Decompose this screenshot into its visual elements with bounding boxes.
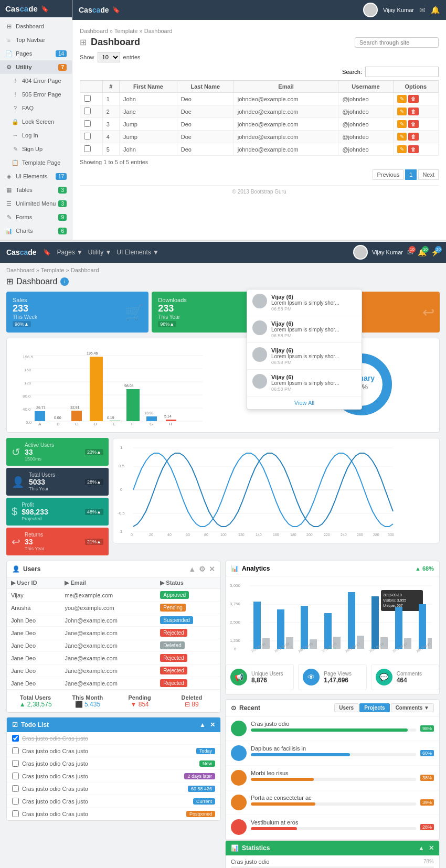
recent-percent: 60% — [420, 750, 434, 756]
notif-item-2[interactable]: Vijay (6) Lorem Ipsum is simply shor... … — [247, 316, 362, 343]
sidebar-header: Cascade 🔖 — [0, 0, 72, 17]
todo-checkbox[interactable] — [12, 798, 19, 805]
notif-item-3[interactable]: Vijay (6) Lorem Ipsum is simply shor... … — [247, 343, 362, 370]
delete-button[interactable]: 🗑 — [408, 133, 419, 141]
bottom-nav-pages[interactable]: Pages ▼ — [57, 249, 83, 256]
todo-checkbox[interactable] — [12, 773, 19, 779]
analytics-chart-container: 5,000 3,750 2,500 1,250 0 — [226, 576, 439, 660]
sidebar-item-faq[interactable]: ? FAQ — [0, 101, 72, 115]
recent-progress-bar — [251, 728, 416, 732]
bottom-nav-ui[interactable]: UI Elements ▼ — [116, 249, 159, 256]
tab-comments[interactable]: Comments ▼ — [391, 703, 434, 712]
sidebar-item-template[interactable]: 📋 Template Page — [0, 156, 72, 169]
sidebar-item-404[interactable]: ! 404 Error Page — [0, 74, 72, 88]
row-checkbox[interactable] — [84, 120, 91, 127]
comments-value: 464 — [397, 677, 422, 684]
todo-checkbox[interactable] — [12, 747, 19, 754]
navbar-icon: ≡ — [5, 36, 13, 44]
sidebar-item-label: Dashboard — [16, 23, 44, 29]
row-checkbox[interactable] — [84, 145, 91, 152]
sidebar-item-505[interactable]: ! 505 Error Page — [0, 88, 72, 101]
view-all-link[interactable]: View All — [294, 400, 314, 406]
edit-button[interactable]: ✎ — [397, 95, 407, 103]
todo-close-icon[interactable]: ✕ — [210, 721, 215, 728]
todo-widget: ☑ Todo List ▲ ✕ Cras justo odio Cras jus… — [6, 717, 221, 821]
sidebar-item-login[interactable]: → Log In — [0, 128, 72, 142]
pending-value: ▼ 854 — [115, 701, 164, 708]
svg-text:F: F — [131, 422, 134, 426]
stat-info-activeusers: Active Users 33 1500ms — [25, 442, 81, 462]
sidebar-item-pages[interactable]: 📄 Pages 14 — [0, 47, 72, 60]
share-icon-badge[interactable]: ⚡ 20 — [431, 248, 440, 256]
info-icon: i — [60, 277, 69, 286]
status-badge: Approved — [160, 591, 189, 599]
sidebar-item-tables[interactable]: ▦ Tables 3 — [0, 183, 72, 197]
row-checkbox[interactable] — [84, 108, 91, 114]
edit-button[interactable]: ✎ — [397, 108, 407, 115]
sidebar-item-dashboard[interactable]: ⊞ Dashboard — [0, 19, 72, 33]
notif-name-4: Vijay (6) — [271, 374, 356, 380]
row-checkbox[interactable] — [84, 133, 91, 140]
recent-item: Cras justo odio 98% — [226, 716, 439, 741]
notif-item-4[interactable]: Vijay (6) Lorem Ipsum is simply shor... … — [247, 370, 362, 397]
edit-button[interactable]: ✎ — [397, 145, 407, 153]
prev-page-button[interactable]: Previous — [373, 169, 403, 180]
delete-button[interactable]: 🗑 — [408, 108, 419, 115]
sidebar-item-charts[interactable]: 📊 Charts 6 — [0, 224, 72, 238]
table-search-input[interactable] — [365, 67, 439, 77]
sidebar-item-uielements[interactable]: ◈ UI Elements 17 — [0, 169, 72, 183]
next-page-button[interactable]: Next — [418, 169, 439, 180]
entries-select[interactable]: 102550 — [98, 52, 120, 62]
delete-button[interactable]: 🗑 — [408, 95, 419, 103]
delete-button[interactable]: 🗑 — [408, 120, 419, 128]
delete-button[interactable]: 🗑 — [408, 145, 419, 153]
tab-users[interactable]: Users — [334, 703, 358, 712]
notif-item-1[interactable]: Vijay (6) Lorem Ipsum is simply shor... … — [247, 290, 362, 316]
stats-up-icon[interactable]: ▲ — [418, 844, 424, 852]
cell-num: 2 — [102, 105, 119, 118]
todo-checkbox[interactable] — [12, 735, 19, 742]
returns-trend: 21%▲ — [85, 539, 103, 545]
edit-button[interactable]: ✎ — [397, 133, 407, 141]
top-mail-icon[interactable]: ✉ — [419, 6, 426, 14]
user-email-cell: me@example.com — [60, 589, 156, 602]
cell-lastname: Deo — [177, 93, 233, 105]
sidebar-item-topnavbar[interactable]: ≡ Top Navbar — [0, 33, 72, 47]
row-checkbox[interactable] — [84, 95, 91, 102]
close-icon[interactable]: ✕ — [209, 565, 215, 573]
user-email-cell: John@example.com — [60, 614, 156, 627]
mail-icon-badge[interactable]: ✉ 10 — [407, 248, 413, 256]
sidebar-item-unlimitedmenu[interactable]: ☰ Unlimited Menu 3 — [0, 197, 72, 210]
bell-icon-badge[interactable]: 🔔 10 — [418, 248, 427, 256]
active-users-icon: ↺ — [12, 446, 20, 458]
user-id-cell: Jane Deo — [7, 627, 60, 639]
gear-icon[interactable]: ⚙ — [199, 565, 206, 573]
sidebar-item-forms[interactable]: ✎ Forms 9 — [0, 210, 72, 224]
table-row: 4 Jump Doe johndeo@example.com @johndeo … — [80, 131, 439, 143]
todo-checkbox[interactable] — [12, 810, 19, 817]
edit-button[interactable]: ✎ — [397, 120, 407, 128]
sidebar-item-lockscreen[interactable]: 🔒 Lock Screen — [0, 115, 72, 128]
bottom-nav-utility[interactable]: Utility ▼ — [88, 249, 112, 256]
tab-projects[interactable]: Projects — [359, 703, 389, 712]
notif-name-1: Vijay (6) — [271, 294, 356, 300]
sidebar-item-signup[interactable]: ✎ Sign Up — [0, 142, 72, 156]
top-bell-icon[interactable]: 🔔 — [431, 6, 440, 14]
svg-text:1,250: 1,250 — [230, 638, 241, 643]
stats-close-icon[interactable]: ✕ — [429, 844, 434, 852]
up-arrow-icon[interactable]: ▲ — [188, 565, 196, 573]
forms-icon: ✎ — [5, 213, 13, 221]
recent-content: Cras justo odio — [251, 721, 416, 732]
page-1-button[interactable]: 1 — [405, 169, 417, 180]
sidebar-item-utility[interactable]: ⚙ Utility 7 — [0, 60, 72, 74]
todo-up-icon[interactable]: ▲ — [199, 721, 206, 728]
recent-percent: 39% — [420, 799, 434, 806]
search-label: Search: — [342, 69, 362, 75]
todo-checkbox[interactable] — [12, 760, 19, 767]
cell-options: ✎ 🗑 — [393, 131, 438, 143]
returns-icon: ↩ — [12, 535, 20, 548]
checkbox-icon: ☑ — [12, 721, 18, 728]
active-users-trend: 23%▲ — [85, 449, 103, 455]
search-input[interactable] — [355, 37, 439, 48]
todo-checkbox[interactable] — [12, 785, 19, 792]
